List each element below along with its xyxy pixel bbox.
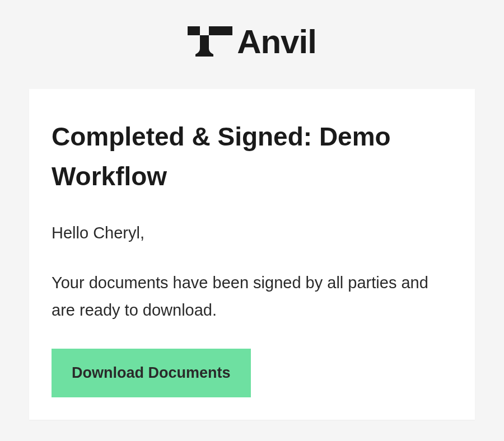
svg-rect-0 <box>188 26 200 35</box>
brand-logo: Anvil <box>188 22 316 61</box>
svg-rect-1 <box>209 26 232 35</box>
greeting-text: Hello Cheryl, <box>52 224 452 242</box>
card-title: Completed & Signed: Demo Workflow <box>52 117 452 197</box>
brand-name: Anvil <box>237 22 316 61</box>
svg-rect-2 <box>200 35 209 43</box>
download-documents-button[interactable]: Download Documents <box>52 349 251 397</box>
body-text: Your documents have been signed by all p… <box>52 269 452 325</box>
logo-container: Anvil <box>0 22 504 61</box>
notification-card: Completed & Signed: Demo Workflow Hello … <box>29 89 475 420</box>
anvil-logo-icon <box>188 24 232 60</box>
